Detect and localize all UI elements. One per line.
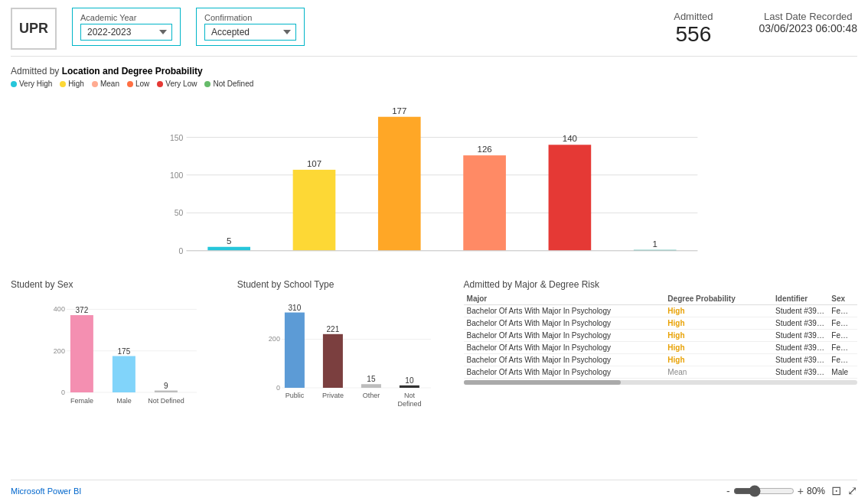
legend-item-not-defined: Not Defined [204,80,253,88]
chart3-title: Student by School Type [237,279,456,290]
fit-page-button[interactable]: ⊡ [831,483,841,498]
table-scrollbar[interactable] [464,380,857,385]
svg-text:372: 372 [76,306,89,314]
svg-text:177: 177 [392,106,406,115]
legend-item-low: Low [127,80,149,88]
cell-prob: High [664,354,772,366]
svg-text:Defined: Defined [397,400,421,408]
col-id: Identifier [772,293,828,305]
table-row: Bachelor Of Arts With Major In Psycholog… [464,366,857,379]
cell-sex: Female [828,354,857,366]
zoom-control: - + 80% [726,485,825,497]
fullscreen-button[interactable]: ⤢ [847,483,857,498]
svg-text:15: 15 [367,375,376,383]
svg-text:310: 310 [288,304,301,312]
table-panel: Admitted by Major & Degree Risk Major De… [464,279,857,477]
svg-text:Female: Female [70,397,93,405]
svg-rect-49 [400,386,419,388]
cell-prob: Mean [664,366,772,379]
svg-text:Not: Not [404,392,416,399]
svg-text:50: 50 [175,209,184,217]
legend-item-mean: Mean [92,80,119,88]
svg-text:Public: Public [285,392,304,399]
svg-text:200: 200 [269,335,280,343]
table-row: Bachelor Of Arts With Major In Psycholog… [464,305,857,317]
academic-year-filter: Academic Year 2022-2023 [72,8,181,46]
svg-rect-46 [361,384,381,388]
col-major: Major [464,293,665,305]
svg-text:100: 100 [170,171,184,180]
cell-prob: High [664,342,772,354]
cell-major: Bachelor Of Arts With Major In Psycholog… [464,305,665,317]
svg-text:Male: Male [116,397,132,405]
svg-text:Other: Other [362,392,380,399]
zoom-value-label: 80% [807,486,825,496]
table-row: Bachelor Of Arts With Major In Psycholog… [464,354,857,366]
cell-major: Bachelor Of Arts With Major In Psycholog… [464,342,665,354]
svg-text:400: 400 [54,305,65,313]
svg-rect-30 [113,356,135,393]
confirmation-filter: Confirmation Accepted [196,8,305,46]
cell-prob: High [664,317,772,330]
svg-text:9: 9 [164,382,168,390]
cell-id: Student #398036 [772,342,828,354]
table-body: Bachelor Of Arts With Major In Psycholog… [464,305,857,379]
svg-rect-14 [463,155,506,251]
zoom-slider[interactable] [733,485,795,497]
svg-text:150: 150 [170,134,184,142]
legend-item-high: High [60,80,84,88]
cell-prob: High [664,330,772,342]
admitted-stat: Admitted 556 [674,11,713,47]
academic-year-select[interactable]: 2022-2023 [80,24,172,41]
charts-row2: Student by Sex 0200400372Female175Male9N… [11,279,857,477]
svg-rect-12 [378,117,421,251]
svg-rect-8 [207,247,250,251]
cell-major: Bachelor Of Arts With Major In Psycholog… [464,366,665,379]
zoom-plus-button[interactable]: + [798,485,804,497]
legend-dot [204,81,210,87]
svg-rect-10 [293,170,336,251]
last-date-value: 03/06/2023 06:00:48 [759,22,857,34]
svg-text:200: 200 [54,347,65,355]
chart1-title: Admitted by Location and Degree Probabil… [11,66,857,76]
svg-text:Not Defined: Not Defined [148,397,184,405]
svg-rect-43 [323,334,343,388]
academic-year-label: Academic Year [80,13,172,22]
cell-id: Student #397275 [772,330,828,342]
zoom-minus-button[interactable]: - [726,485,730,497]
cell-id: Student #397080 [772,317,828,330]
chart2-title: Student by Sex [11,279,230,290]
svg-text:0: 0 [276,384,280,392]
cell-major: Bachelor Of Arts With Major In Psycholog… [464,330,665,342]
svg-text:107: 107 [307,159,321,168]
chart1-legend: Very HighHighMeanLowVery LowNot Defined [11,80,857,88]
cell-id: Student #392607 [772,366,828,379]
powerbi-link[interactable]: Microsoft Power BI [11,486,81,496]
cell-sex: Female [828,330,857,342]
last-date-stat: Last Date Recorded 03/06/2023 06:00:48 [759,11,857,34]
svg-text:1: 1 [653,239,658,249]
logo: UPR [11,8,57,50]
main-container: UPR Academic Year 2022-2023 Confirmation… [0,0,868,501]
last-date-label: Last Date Recorded [759,11,857,22]
cell-sex: Female [828,342,857,354]
svg-text:5: 5 [227,236,231,246]
footer-right: - + 80% ⊡ ⤢ [726,483,857,498]
cell-major: Bachelor Of Arts With Major In Psycholog… [464,354,665,366]
svg-text:126: 126 [478,145,492,154]
table-title: Admitted by Major & Degree Risk [464,279,857,290]
svg-text:10: 10 [405,376,414,385]
chart1-svg: 05010015051071771261401 [11,91,857,275]
svg-text:175: 175 [118,347,131,356]
svg-text:0: 0 [61,389,65,396]
confirmation-label: Confirmation [204,13,296,22]
chart1-bars: 05010015051071771261401 [11,91,857,275]
table-row: Bachelor Of Arts With Major In Psycholog… [464,330,857,342]
col-prob: Degree Probability [664,293,772,305]
confirmation-select[interactable]: Accepted [204,24,296,41]
chart2-svg: 0200400372Female175Male9Not Defined [11,293,230,415]
cell-sex: Female [828,305,857,317]
table-header-row: Major Degree Probability Identifier Sex [464,293,857,305]
header: UPR Academic Year 2022-2023 Confirmation… [11,8,857,57]
cell-sex: Female [828,317,857,330]
